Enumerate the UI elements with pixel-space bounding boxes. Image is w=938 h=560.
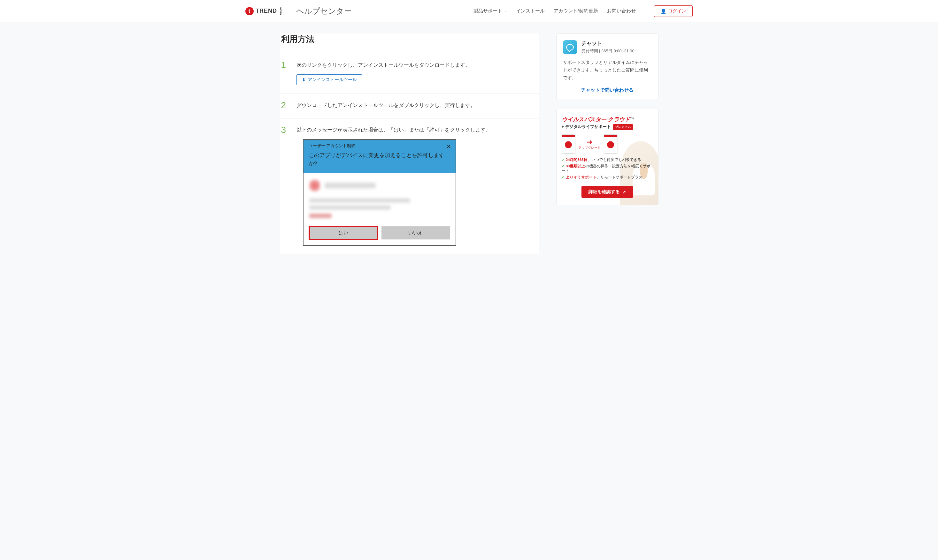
step-2: 2 ダウンロードしたアンインストールツールをダブルクリックし、実行します。 <box>280 94 538 118</box>
uac-buttons: はい いいえ <box>304 223 455 245</box>
upgrade-label: アップグレード <box>578 146 601 150</box>
uac-dialog-screenshot: ユーザー アカウント制御 ✕ このアプリがデバイスに変更を加えることを許可します… <box>303 139 456 246</box>
close-icon: ✕ <box>446 143 451 150</box>
blurred-link <box>309 214 332 218</box>
site-header: t TREND MICRO ヘルプセンター 製品サポート ⌄ インストール アカ… <box>0 0 938 22</box>
main-nav: 製品サポート ⌄ インストール アカウント/契約更新 お問い合わせ 👤 ログイン <box>474 5 693 17</box>
promo-bullet: ✓ 24時間365日、いつでも何度でも相談できる <box>562 157 653 162</box>
tm-mark: TM <box>630 117 634 120</box>
chevron-down-icon: ⌄ <box>504 9 507 13</box>
uac-yes-button: はい <box>309 226 378 240</box>
download-icon: ⬇ <box>302 77 306 82</box>
divider <box>645 8 645 15</box>
blurred-app-name <box>325 183 376 188</box>
login-label: ログイン <box>668 8 686 14</box>
chat-icon <box>563 40 577 54</box>
nav-contact[interactable]: お問い合わせ <box>607 8 636 14</box>
logo-ball-icon: t <box>245 7 254 15</box>
uac-window-title: ユーザー アカウント制御 <box>309 143 450 149</box>
cursor-icon: ↗ <box>622 190 626 194</box>
upgrade-arrow-icon: ➜ <box>578 138 601 146</box>
uac-header: ユーザー アカウント制御 ✕ このアプリがデバイスに変更を加えることを許可します… <box>304 140 455 173</box>
download-uninstall-tool-button[interactable]: ⬇ アンインストールツール <box>296 74 362 85</box>
brand-micro: MICRO <box>279 7 282 15</box>
blurred-app-icon <box>309 179 320 192</box>
nav-account[interactable]: アカウント/契約更新 <box>554 8 598 14</box>
divider <box>289 6 289 17</box>
brand-text: TREND <box>256 8 277 14</box>
logo-group: t TREND MICRO ヘルプセンター <box>245 6 352 17</box>
uac-question: このアプリがデバイスに変更を加えることを許可しますか? <box>309 151 450 168</box>
step-text: 次のリンクをクリックし、アンインストールツールをダウンロードします。 <box>296 61 537 69</box>
step-number: 1 <box>281 61 289 85</box>
product-box-icon <box>604 134 617 154</box>
uac-no-button: いいえ <box>381 226 450 240</box>
nav-product-support-label: 製品サポート <box>474 8 502 14</box>
promo-subtitle: + デジタルライフサポート プレミアム <box>562 124 653 130</box>
promo-cta-label: 詳細を確認する <box>588 189 620 195</box>
step-text: ダウンロードしたアンインストールツールをダブルクリックし、実行します。 <box>296 101 537 109</box>
chat-description: サポートスタッフとリアルタイムにチャットができます。ちょっとしたご質問に便利です… <box>563 59 652 82</box>
help-center-title[interactable]: ヘルプセンター <box>296 6 352 16</box>
premium-badge: プレミアム <box>613 124 633 130</box>
user-icon: 👤 <box>661 9 666 14</box>
download-button-label: アンインストールツール <box>308 77 357 83</box>
step-number: 3 <box>281 126 289 246</box>
step-1: 1 次のリンクをクリックし、アンインストールツールをダウンロードします。 ⬇ ア… <box>280 54 538 94</box>
step-3: 3 以下のメッセージが表示された場合は、「はい」または「許可」をクリックします。… <box>280 118 538 254</box>
promo-bullet: ✓ よりそうサポート、リモートサポートプラス <box>562 175 653 180</box>
main-content: 利用方法 1 次のリンクをクリックし、アンインストールツールをダウンロードします… <box>280 34 538 254</box>
sidebar: チャット 受付時間 | 365日 9:00~21:00 サポートスタッフとリアル… <box>556 34 659 205</box>
blurred-line <box>309 198 410 203</box>
step-number: 2 <box>281 101 289 110</box>
nav-product-support[interactable]: 製品サポート ⌄ <box>474 8 507 14</box>
product-box-icon <box>562 134 575 154</box>
nav-install[interactable]: インストール <box>516 8 545 14</box>
chat-contact-link[interactable]: チャットで問い合わせる <box>563 87 652 93</box>
blurred-line <box>309 205 391 210</box>
uac-body <box>304 173 455 223</box>
step-text: 以下のメッセージが表示された場合は、「はい」または「許可」をクリックします。 <box>296 126 537 134</box>
promo-product-boxes: ➜ アップグレード <box>562 134 653 154</box>
chat-title: チャット <box>582 40 634 47</box>
login-button[interactable]: 👤 ログイン <box>654 5 693 17</box>
promo-product-title: ウイルスバスター クラウド <box>562 116 630 123</box>
brand-logo[interactable]: t TREND MICRO <box>245 7 282 15</box>
promo-subtitle-text: + デジタルライフサポート <box>562 124 611 129</box>
promo-bullet: ✓ 80種類以上の機器の操作・設定方法を幅広くサポート <box>562 164 653 173</box>
promo-card[interactable]: ウイルスバスター クラウドTM + デジタルライフサポート プレミアム ➜ アッ… <box>556 109 659 205</box>
chat-hours: 受付時間 | 365日 9:00~21:00 <box>582 48 634 54</box>
section-title: 利用方法 <box>280 34 538 45</box>
promo-cta-button[interactable]: 詳細を確認する ↗ <box>582 186 633 198</box>
chat-card: チャット 受付時間 | 365日 9:00~21:00 サポートスタッフとリアル… <box>556 34 659 100</box>
